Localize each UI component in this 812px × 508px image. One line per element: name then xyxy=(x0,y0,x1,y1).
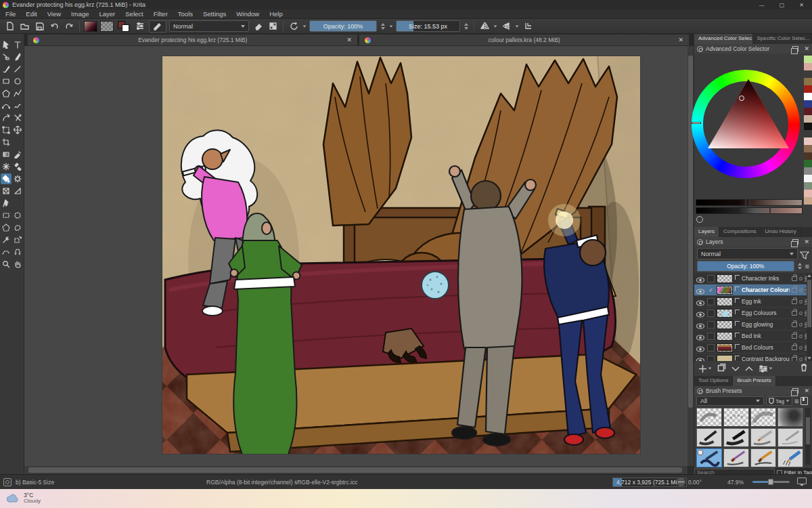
presets-view-menu-icon[interactable]: ≡ xyxy=(794,398,798,404)
redo-button[interactable] xyxy=(63,20,75,33)
lock-icon[interactable] xyxy=(792,311,797,316)
opacity-dropdown-arrow[interactable] xyxy=(390,25,393,27)
brush-filter-dropdown[interactable]: All xyxy=(696,396,764,406)
visibility-icon[interactable] xyxy=(696,274,705,282)
color-swatch[interactable] xyxy=(804,130,812,137)
color-swatch[interactable] xyxy=(804,78,812,85)
brush-preset-status-icon[interactable] xyxy=(3,478,12,486)
reference-images-tool[interactable] xyxy=(1,198,12,209)
color-swatch[interactable] xyxy=(804,108,812,115)
preserve-alpha-button[interactable] xyxy=(267,20,279,33)
document-tab-2[interactable]: colour pallets.kra (48.2 MiB) ✕ xyxy=(359,34,690,46)
canvas-viewport[interactable] xyxy=(24,46,687,466)
brush-preset-selected[interactable] xyxy=(696,448,722,467)
brush-preset[interactable] xyxy=(750,408,776,427)
alpha-lock-icon[interactable]: α xyxy=(799,275,803,282)
pan-tool[interactable] xyxy=(12,259,23,270)
document-tab-1[interactable]: Evander protecting his egg.krz (725.1 Mi… xyxy=(27,34,358,46)
layer-list-scrollbar[interactable] xyxy=(807,273,812,361)
dynamic-brush-tool[interactable] xyxy=(1,112,12,123)
close-docker-icon[interactable]: ✕ xyxy=(801,238,809,245)
color-swatch[interactable] xyxy=(804,70,812,78)
brush-preset[interactable] xyxy=(696,428,722,447)
fill-tool[interactable] xyxy=(1,173,12,184)
freehand-brush-tool[interactable] xyxy=(1,64,12,75)
size-spinner[interactable] xyxy=(463,23,470,30)
brush-preset[interactable] xyxy=(696,408,722,427)
close-docker-icon[interactable]: ✕ xyxy=(801,45,809,52)
canvas-angle[interactable]: 0.00° xyxy=(677,478,702,486)
text-tool[interactable] xyxy=(12,39,23,50)
layer-row[interactable]: Egg Colouors α xyxy=(694,308,812,319)
rectangular-selection-tool[interactable] xyxy=(1,210,12,221)
layer-checkbox[interactable] xyxy=(707,321,715,329)
lock-icon[interactable] xyxy=(792,322,797,327)
color-swatch[interactable] xyxy=(804,93,812,100)
alpha-lock-icon[interactable]: α xyxy=(799,333,803,339)
alpha-lock-icon[interactable]: α xyxy=(799,298,803,305)
storage-icon[interactable] xyxy=(800,397,808,405)
foreground-background-colors[interactable] xyxy=(116,20,131,33)
tab-layers[interactable]: Layers xyxy=(694,227,719,237)
polygonal-selection-tool[interactable] xyxy=(1,222,12,233)
brush-preset[interactable] xyxy=(723,448,749,467)
layer-row[interactable]: Egg glowing α xyxy=(694,319,812,331)
zoom-tool[interactable] xyxy=(1,259,12,270)
preset-grid-scrollbar[interactable] xyxy=(805,408,811,465)
magnetic-selection-tool[interactable] xyxy=(12,247,23,257)
color-swatch[interactable] xyxy=(804,100,812,108)
tab-advanced-color-selector[interactable]: Advanced Color Selec... xyxy=(694,34,753,44)
visibility-icon[interactable] xyxy=(696,286,705,294)
menu-settings[interactable]: Settings xyxy=(203,10,226,18)
menu-window[interactable]: Window xyxy=(236,10,259,18)
layer-checkbox[interactable] xyxy=(707,310,715,317)
visibility-icon[interactable] xyxy=(696,309,705,317)
vmirror-dropdown-arrow[interactable] xyxy=(516,25,519,27)
alpha-lock-icon[interactable]: α xyxy=(799,321,803,328)
save-button[interactable] xyxy=(33,20,45,33)
color-swatch[interactable] xyxy=(804,175,812,182)
move-tool[interactable] xyxy=(12,125,23,135)
lock-icon[interactable] xyxy=(792,288,797,293)
color-swatch[interactable] xyxy=(804,182,812,190)
brush-preset[interactable] xyxy=(777,448,803,467)
brush-preset[interactable] xyxy=(750,448,776,467)
advanced-color-selector[interactable] xyxy=(694,54,812,227)
rectangle-tool[interactable] xyxy=(1,76,12,87)
brush-preset[interactable] xyxy=(723,408,749,427)
zoom-percentage[interactable]: 47.9% xyxy=(727,479,744,486)
undo-button[interactable] xyxy=(48,20,60,33)
sv-triangle[interactable] xyxy=(706,78,790,154)
visibility-icon[interactable] xyxy=(696,320,705,329)
lock-icon[interactable] xyxy=(792,357,797,362)
color-swatch[interactable] xyxy=(804,145,812,152)
size-slider[interactable]: Size: 15.53 px xyxy=(396,20,460,32)
alpha-lock-icon[interactable]: α xyxy=(799,344,803,351)
horizontal-mirror-button[interactable] xyxy=(478,20,491,33)
ellipse-tool[interactable] xyxy=(12,76,23,87)
pattern-chooser[interactable] xyxy=(100,21,114,32)
tab-compositions[interactable]: Compositions xyxy=(719,227,761,237)
elliptical-selection-tool[interactable] xyxy=(12,210,23,221)
layer-checkbox[interactable] xyxy=(707,298,715,305)
image-dimensions-memory[interactable]: 4,712 x 3,925 (725.1 MiB) xyxy=(612,478,687,487)
layer-row[interactable]: Contrast Background α xyxy=(694,354,812,361)
alpha-lock-icon[interactable]: α xyxy=(799,310,803,316)
fit-to-screen-icon[interactable] xyxy=(797,478,807,484)
contiguous-selection-tool[interactable] xyxy=(1,234,12,245)
layer-checkbox[interactable]: ✓ xyxy=(707,287,715,294)
minimize-button[interactable]: — xyxy=(759,2,765,8)
layer-row[interactable]: Bed Ink α xyxy=(694,331,812,342)
eraser-mode-button[interactable] xyxy=(252,20,264,33)
close-button[interactable]: ✕ xyxy=(799,2,804,8)
layer-properties-button[interactable] xyxy=(759,365,773,373)
menu-help[interactable]: Help xyxy=(269,10,283,18)
bezier-curve-tool[interactable] xyxy=(1,100,12,111)
brush-preset[interactable] xyxy=(777,408,803,427)
crop-tool[interactable] xyxy=(1,137,12,148)
canvas-artwork[interactable] xyxy=(162,56,640,454)
delete-layer-button[interactable] xyxy=(800,362,808,375)
bezier-selection-tool[interactable] xyxy=(1,247,12,257)
color-swatch[interactable] xyxy=(804,115,812,123)
opacity-spinner[interactable] xyxy=(380,23,386,30)
